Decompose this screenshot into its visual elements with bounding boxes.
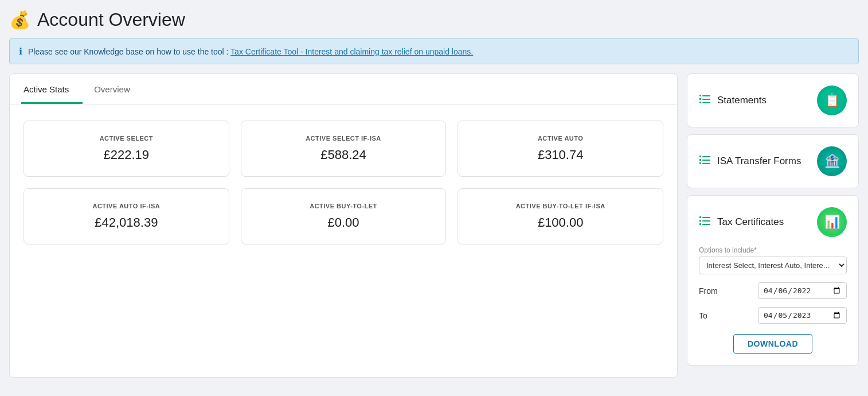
- stat-card-active-auto: ACTIVE AUTO £310.74: [458, 121, 663, 177]
- svg-rect-5: [702, 102, 710, 103]
- tax-cert-list-icon: [699, 215, 711, 230]
- stat-label-active-buy-to-let-if-isa: ACTIVE BUY-TO-LET IF-ISA: [470, 203, 651, 209]
- stat-label-active-select: ACTIVE SELECT: [36, 135, 217, 142]
- svg-rect-0: [699, 95, 701, 96]
- svg-rect-1: [702, 95, 710, 96]
- tab-active-stats[interactable]: Active Stats: [21, 74, 83, 104]
- from-label: From: [699, 286, 722, 296]
- isa-transfer-title-row: ISA Transfer Forms: [699, 154, 801, 169]
- stat-value-active-buy-to-let: £0.00: [253, 215, 435, 230]
- svg-rect-14: [699, 220, 701, 222]
- banner-text: Please see our Knowledge base on how to …: [28, 47, 473, 56]
- svg-rect-16: [699, 223, 701, 225]
- banner-link[interactable]: Tax Certificate Tool - Interest and clai…: [230, 47, 473, 56]
- statements-card[interactable]: Statements 📋: [687, 73, 859, 127]
- tax-certificates-card: Tax Certificates 📊 Options to include* I…: [687, 195, 859, 366]
- stat-value-active-select: £222.19: [36, 147, 217, 162]
- stat-card-active-buy-to-let: ACTIVE BUY-TO-LET £0.00: [241, 188, 447, 244]
- svg-rect-2: [699, 98, 701, 100]
- svg-rect-13: [702, 217, 710, 218]
- isa-transfer-header: ISA Transfer Forms 🏦: [699, 146, 847, 176]
- svg-rect-17: [702, 224, 710, 225]
- svg-rect-3: [702, 99, 710, 100]
- statements-title-row: Statements: [699, 93, 767, 108]
- statements-icon-badge: 📋: [817, 86, 847, 115]
- stat-value-active-auto-if-isa: £42,018.39: [36, 215, 217, 230]
- page-header: 💰 Account Overview: [9, 9, 859, 30]
- options-select[interactable]: Interest Select, Interest Auto, Intere..…: [699, 257, 847, 274]
- isa-transfer-title: ISA Transfer Forms: [717, 156, 801, 167]
- tax-cert-title: Tax Certificates: [717, 216, 784, 228]
- stat-label-active-auto-if-isa: ACTIVE AUTO IF-ISA: [36, 203, 217, 209]
- page-title: Account Overview: [37, 9, 185, 30]
- stat-value-active-auto: £310.74: [470, 147, 651, 162]
- svg-rect-7: [702, 156, 710, 157]
- isa-transfer-icon-badge: 🏦: [817, 146, 847, 176]
- info-banner: ℹ Please see our Knowledge base on how t…: [9, 38, 859, 64]
- download-button[interactable]: DOWNLOAD: [733, 334, 812, 354]
- from-date-row: From: [699, 282, 847, 299]
- stat-card-active-select: ACTIVE SELECT £222.19: [24, 121, 229, 177]
- tax-cert-title-row: Tax Certificates: [699, 215, 784, 230]
- tax-cert-icon-badge: 📊: [817, 207, 847, 237]
- tabs-bar: Active Stats Overview: [10, 74, 677, 104]
- statements-header: Statements 📋: [699, 86, 847, 115]
- isa-transfer-list-icon: [699, 154, 711, 169]
- svg-rect-10: [699, 162, 701, 164]
- tab-overview[interactable]: Overview: [92, 74, 144, 104]
- svg-rect-8: [699, 159, 701, 161]
- svg-rect-9: [702, 160, 710, 161]
- isa-transfer-card[interactable]: ISA Transfer Forms 🏦: [687, 134, 859, 188]
- stat-label-active-select-if-isa: ACTIVE SELECT IF-ISA: [253, 135, 435, 142]
- stat-card-active-buy-to-let-if-isa: ACTIVE BUY-TO-LET IF-ISA £100.00: [458, 188, 663, 244]
- to-label: To: [699, 311, 722, 320]
- statements-title: Statements: [717, 95, 767, 106]
- to-date-row: To: [699, 307, 847, 324]
- options-label: Options to include*: [699, 246, 847, 254]
- money-bag-icon: 💰: [9, 10, 30, 30]
- stat-card-active-auto-if-isa: ACTIVE AUTO IF-ISA £42,018.39: [24, 188, 229, 244]
- stat-value-active-buy-to-let-if-isa: £100.00: [470, 215, 651, 230]
- stat-card-active-select-if-isa: ACTIVE SELECT IF-ISA £588.24: [241, 121, 447, 177]
- main-layout: Active Stats Overview ACTIVE SELECT £222…: [9, 73, 859, 378]
- main-panel: Active Stats Overview ACTIVE SELECT £222…: [9, 73, 678, 378]
- side-panel: Statements 📋: [687, 73, 859, 366]
- svg-rect-11: [702, 163, 710, 164]
- svg-rect-4: [699, 102, 701, 103]
- svg-rect-6: [699, 156, 701, 157]
- from-date-input[interactable]: [758, 282, 847, 299]
- tax-cert-header: Tax Certificates 📊: [699, 207, 847, 237]
- stat-label-active-auto: ACTIVE AUTO: [470, 135, 651, 142]
- to-date-input[interactable]: [758, 307, 847, 324]
- svg-rect-12: [699, 216, 701, 218]
- stat-label-active-buy-to-let: ACTIVE BUY-TO-LET: [253, 203, 435, 209]
- statements-list-icon: [699, 93, 711, 108]
- stats-grid: ACTIVE SELECT £222.19 ACTIVE SELECT IF-I…: [10, 104, 677, 244]
- stat-value-active-select-if-isa: £588.24: [253, 147, 435, 162]
- svg-rect-15: [702, 220, 710, 222]
- info-icon: ℹ: [19, 46, 22, 57]
